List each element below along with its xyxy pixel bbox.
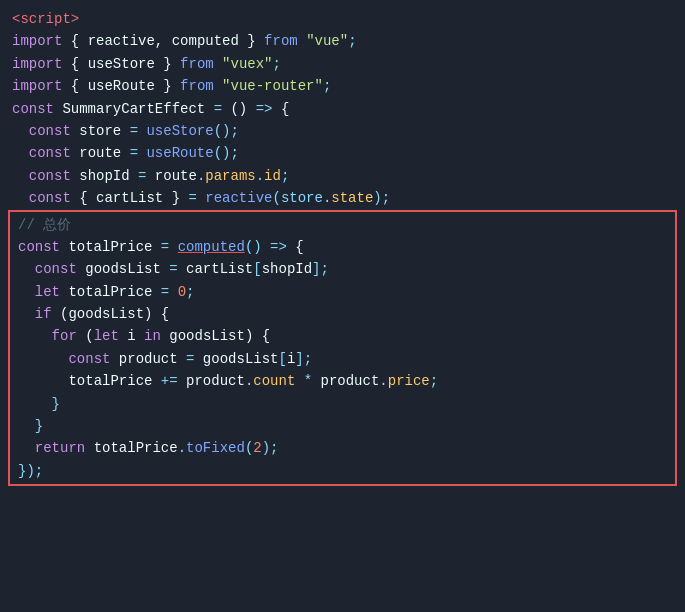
line-if-goodslist: if (goodsList) { [14,303,671,325]
line-import-usestore: import { useStore } from "vuex"; [0,53,685,75]
line-const-route: const route = useRoute(); [0,142,685,164]
code-editor: <script> import { reactive, computed } f… [0,0,685,612]
line-const-shopid: const shopId = route.params.id; [0,165,685,187]
line-const-product: const product = goodsList[i]; [14,348,671,370]
line-const-cartlist: const { cartList } = reactive(store.stat… [0,187,685,209]
line-const-totalprice: const totalPrice = computed() => { [14,236,671,258]
line-const-goodslist: const goodsList = cartList[shopId]; [14,258,671,280]
line-const-summary: const SummaryCartEffect = () => { [0,98,685,120]
line-const-store: const store = useStore(); [0,120,685,142]
line-return: return totalPrice.toFixed(2); [14,437,671,459]
line-close-for-inner: } [14,393,671,415]
line-import-useroute: import { useRoute } from "vue-router"; [0,75,685,97]
line-totalprice-calc: totalPrice += product.count * product.pr… [14,370,671,392]
line-close-computed: }); [14,460,671,482]
line-import-reactive: import { reactive, computed } from "vue"… [0,30,685,52]
line-for-loop: for (let i in goodsList) { [14,325,671,347]
line-close-if: } [14,415,671,437]
line-let-totalprice: let totalPrice = 0; [14,281,671,303]
line-comment-zh: // 总价 [14,214,671,236]
line-script-tag: <script> [0,8,685,30]
highlighted-code-block: // 总价 const totalPrice = computed() => {… [8,210,677,487]
